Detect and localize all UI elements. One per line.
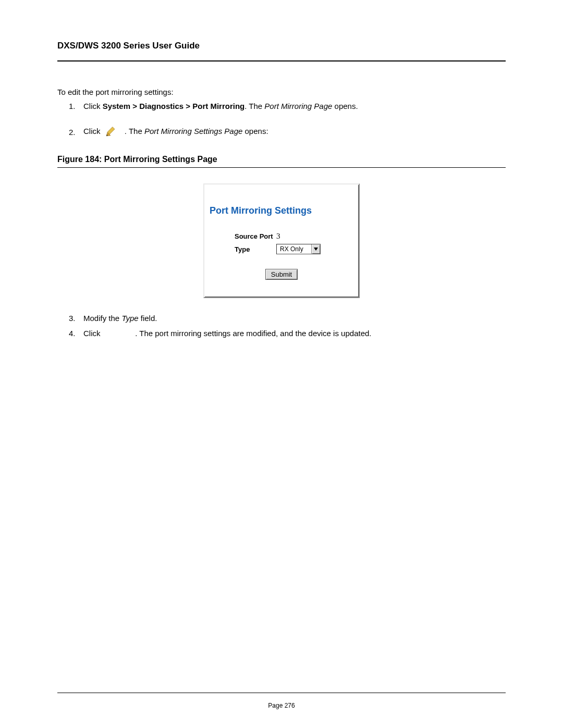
type-row: Type RX Only <box>210 244 353 254</box>
figure-container: Port Mirroring Settings Source Port 3 Ty… <box>57 183 506 298</box>
placeholder-gap <box>103 329 136 338</box>
figure-caption: Figure 184: Port Mirroring Settings Page <box>57 155 506 164</box>
footer-rule <box>57 693 506 693</box>
pencil-icon <box>105 125 117 139</box>
type-label: Type <box>235 245 276 253</box>
steps-list: 1. Click System > Diagnostics > Port Mir… <box>57 102 506 139</box>
step-2-content: Click . The Port Mirroring Settings Page… <box>83 125 268 139</box>
step-3: 3. Modify the Type field. <box>57 314 506 323</box>
step-number: 2. <box>69 128 83 137</box>
step-3-content: Modify the Type field. <box>83 314 157 323</box>
step-number: 3. <box>69 314 83 323</box>
guide-title: DXS/DWS 3200 Series User Guide <box>57 41 506 51</box>
type-select[interactable]: RX Only <box>276 244 321 254</box>
submit-button[interactable]: Submit <box>265 269 298 280</box>
source-port-value: 3 <box>276 232 280 241</box>
field-name: Type <box>121 314 138 323</box>
menu-path: System > Diagnostics > Port Mirroring <box>103 102 245 110</box>
step-number: 4. <box>69 329 83 338</box>
steps-list-cont: 3. Modify the Type field. 4. Click . The… <box>57 314 506 338</box>
port-mirroring-settings-dialog: Port Mirroring Settings Source Port 3 Ty… <box>203 183 360 298</box>
dialog-title: Port Mirroring Settings <box>210 205 353 216</box>
step-1: 1. Click System > Diagnostics > Port Mir… <box>57 102 506 110</box>
chevron-down-icon[interactable] <box>311 244 320 254</box>
document-page: DXS/DWS 3200 Series User Guide To edit t… <box>0 0 563 728</box>
source-port-row: Source Port 3 <box>210 232 353 241</box>
step-number: 1. <box>69 102 83 110</box>
submit-row: Submit <box>210 269 353 280</box>
step-1-content: Click System > Diagnostics > Port Mirror… <box>83 102 358 110</box>
step-4-content: Click . The port mirroring settings are … <box>83 329 372 338</box>
figure-rule <box>57 167 506 168</box>
source-port-label: Source Port <box>235 232 276 240</box>
step-2: 2. Click . The Port Mirroring Settings P… <box>57 125 506 139</box>
step-4: 4. Click . The port mirroring settings a… <box>57 329 506 338</box>
page-name: Port Mirroring Settings Page <box>144 127 242 135</box>
svg-marker-3 <box>314 248 318 251</box>
page-number: Page 276 <box>0 702 563 709</box>
svg-rect-1 <box>107 127 115 134</box>
intro-text: To edit the port mirroring settings: <box>57 88 506 96</box>
page-name: Port Mirroring Page <box>264 102 332 110</box>
header-rule <box>57 60 506 61</box>
type-select-value: RX Only <box>277 245 311 253</box>
